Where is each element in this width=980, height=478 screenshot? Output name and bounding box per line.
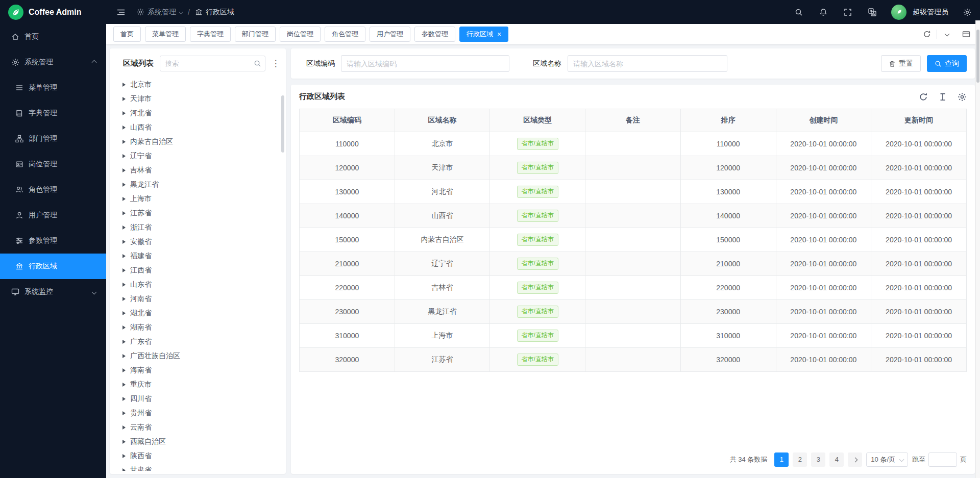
- sidebar-item-dept-management[interactable]: 部门管理: [0, 126, 106, 152]
- caret-right-icon[interactable]: [122, 411, 126, 415]
- sidebar-item-role-management[interactable]: 角色管理: [0, 177, 106, 203]
- sidebar-item-post-management[interactable]: 岗位管理: [0, 152, 106, 177]
- tree-item[interactable]: 天津市: [122, 92, 281, 106]
- sidebar-item-system-management[interactable]: 系统管理: [0, 49, 106, 75]
- next-page-button[interactable]: [848, 452, 862, 467]
- tree-item[interactable]: 云南省: [122, 420, 281, 435]
- tab-admin-region[interactable]: 行政区域×: [459, 27, 508, 42]
- sidebar-item-param-management[interactable]: 参数管理: [0, 228, 106, 254]
- caret-right-icon[interactable]: [122, 240, 126, 244]
- table-row[interactable]: 310000上海市省市/直辖市3100002020-10-01 00:00:00…: [300, 324, 967, 348]
- refresh-tab-button[interactable]: [919, 28, 935, 41]
- caret-right-icon[interactable]: [122, 111, 126, 115]
- caret-right-icon[interactable]: [122, 140, 126, 144]
- tree-item[interactable]: 辽宁省: [122, 149, 281, 163]
- table-settings-button[interactable]: [958, 92, 967, 102]
- table-row[interactable]: 230000黑龙江省省市/直辖市2300002020-10-01 00:00:0…: [300, 300, 967, 324]
- page-button-3[interactable]: 3: [811, 452, 825, 467]
- header-search-button[interactable]: [793, 7, 804, 18]
- tab-dept-management[interactable]: 部门管理: [235, 27, 276, 42]
- breadcrumb-group[interactable]: 系统管理: [137, 8, 183, 17]
- table-row[interactable]: 140000山西省省市/直辖市1400002020-10-01 00:00:00…: [300, 204, 967, 228]
- tree-item[interactable]: 黑龙江省: [122, 178, 281, 192]
- close-icon[interactable]: ×: [497, 31, 501, 38]
- tree-item[interactable]: 甘肃省: [122, 463, 281, 471]
- tree-item[interactable]: 广东省: [122, 335, 281, 349]
- tree-item[interactable]: 贵州省: [122, 406, 281, 420]
- query-button[interactable]: 查询: [927, 55, 967, 72]
- caret-right-icon[interactable]: [122, 383, 126, 387]
- table-row[interactable]: 220000吉林省省市/直辖市2200002020-10-01 00:00:00…: [300, 276, 967, 300]
- tree-item[interactable]: 上海市: [122, 192, 281, 206]
- tab-post-management[interactable]: 岗位管理: [280, 27, 321, 42]
- reset-button[interactable]: 重置: [881, 55, 921, 72]
- caret-right-icon[interactable]: [122, 183, 126, 187]
- jump-page-input[interactable]: [928, 452, 957, 467]
- region-search-input[interactable]: [160, 56, 265, 71]
- page-scrollbar[interactable]: [975, 20, 980, 478]
- tree-item[interactable]: 广西壮族自治区: [122, 349, 281, 363]
- tree-item[interactable]: 湖北省: [122, 306, 281, 320]
- notifications-button[interactable]: [818, 7, 829, 18]
- tree-item[interactable]: 山东省: [122, 278, 281, 292]
- sidebar-item-dict-management[interactable]: 字典管理: [0, 100, 106, 126]
- caret-right-icon[interactable]: [122, 125, 126, 130]
- more-actions-button[interactable]: ⋮: [271, 58, 281, 70]
- tab-user-management[interactable]: 用户管理: [370, 27, 410, 42]
- content-fullscreen-button[interactable]: [959, 28, 974, 41]
- tree-item[interactable]: 浙江省: [122, 220, 281, 235]
- tree-item[interactable]: 山西省: [122, 120, 281, 135]
- tab-dict-management[interactable]: 字典管理: [190, 27, 231, 42]
- sidebar-item-menu-management[interactable]: 菜单管理: [0, 75, 106, 100]
- tree-item[interactable]: 西藏自治区: [122, 435, 281, 449]
- search-icon[interactable]: [254, 60, 261, 67]
- tree-item[interactable]: 海南省: [122, 363, 281, 378]
- app-logo[interactable]: Coffee Admin: [0, 0, 106, 24]
- tree-item[interactable]: 重庆市: [122, 378, 281, 392]
- tab-role-management[interactable]: 角色管理: [325, 27, 365, 42]
- caret-right-icon[interactable]: [122, 197, 126, 201]
- caret-right-icon[interactable]: [122, 283, 126, 287]
- caret-right-icon[interactable]: [122, 211, 126, 215]
- page-scrollbar-thumb[interactable]: [976, 30, 979, 83]
- tab-menu-management[interactable]: 菜单管理: [145, 27, 186, 42]
- username[interactable]: 超级管理员: [913, 8, 948, 17]
- sidebar-collapse-button[interactable]: [115, 7, 127, 18]
- language-button[interactable]: [867, 7, 878, 18]
- table-row[interactable]: 120000天津市省市/直辖市1200002020-10-01 00:00:00…: [300, 156, 967, 180]
- caret-right-icon[interactable]: [122, 297, 126, 301]
- page-button-4[interactable]: 4: [829, 452, 844, 467]
- tree-item[interactable]: 内蒙古自治区: [122, 135, 281, 149]
- table-row[interactable]: 320000江苏省省市/直辖市3200002020-10-01 00:00:00…: [300, 348, 967, 372]
- sidebar-item-system-monitor[interactable]: 系统监控: [0, 279, 106, 305]
- caret-right-icon[interactable]: [122, 368, 126, 372]
- tree-item[interactable]: 湖南省: [122, 320, 281, 335]
- caret-right-icon[interactable]: [122, 268, 126, 272]
- caret-right-icon[interactable]: [122, 225, 126, 230]
- tree-item[interactable]: 河南省: [122, 292, 281, 306]
- tree-item[interactable]: 河北省: [122, 106, 281, 120]
- page-button-1[interactable]: 1: [774, 452, 789, 467]
- tree-item[interactable]: 四川省: [122, 392, 281, 406]
- table-row[interactable]: 130000河北省省市/直辖市1300002020-10-01 00:00:00…: [300, 180, 967, 204]
- tree-item[interactable]: 北京市: [122, 78, 281, 92]
- tree-item[interactable]: 安徽省: [122, 235, 281, 249]
- tree-item[interactable]: 陕西省: [122, 449, 281, 463]
- sidebar-item-admin-region[interactable]: 行政区域: [0, 254, 106, 279]
- tab-param-management[interactable]: 参数管理: [414, 27, 455, 42]
- caret-right-icon[interactable]: [122, 454, 126, 458]
- tree-item[interactable]: 吉林省: [122, 163, 281, 178]
- table-row[interactable]: 110000北京市省市/直辖市1100002020-10-01 00:00:00…: [300, 132, 967, 156]
- page-size-select[interactable]: 10 条/页: [866, 452, 908, 467]
- region-code-input[interactable]: [341, 55, 509, 72]
- tree-item[interactable]: 江苏省: [122, 206, 281, 220]
- column-density-button[interactable]: [938, 92, 947, 102]
- table-row[interactable]: 150000内蒙古自治区省市/直辖市1500002020-10-01 00:00…: [300, 228, 967, 252]
- tree-item[interactable]: 江西省: [122, 263, 281, 278]
- settings-drawer-button[interactable]: [962, 7, 973, 18]
- caret-right-icon[interactable]: [122, 254, 126, 258]
- table-row[interactable]: 210000辽宁省省市/直辖市2100002020-10-01 00:00:00…: [300, 252, 967, 276]
- page-button-2[interactable]: 2: [793, 452, 807, 467]
- caret-right-icon[interactable]: [122, 354, 126, 358]
- caret-right-icon[interactable]: [122, 397, 126, 401]
